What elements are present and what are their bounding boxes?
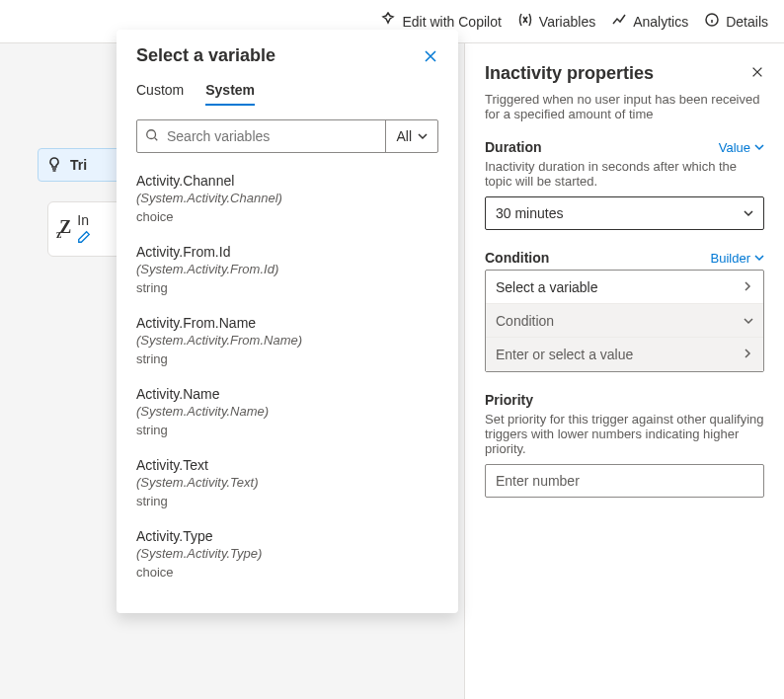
- variable-path: (System.Activity.Name): [136, 404, 438, 419]
- variable-path: (System.Activity.From.Name): [136, 333, 438, 348]
- variable-type: string: [136, 423, 438, 437]
- details-button[interactable]: Details: [704, 12, 768, 31]
- svg-point-1: [147, 129, 156, 138]
- variables-label: Variables: [539, 14, 595, 30]
- variable-item[interactable]: Activity.Type (System.Activity.Type) cho…: [136, 518, 438, 589]
- info-icon: [704, 12, 720, 31]
- tab-custom[interactable]: Custom: [136, 76, 184, 106]
- chevron-right-icon: [742, 347, 753, 362]
- search-input[interactable]: [167, 128, 377, 144]
- variable-type: string: [136, 280, 438, 295]
- details-label: Details: [726, 14, 768, 30]
- variable-item[interactable]: Activity.From.Name (System.Activity.From…: [136, 305, 438, 376]
- variable-type: string: [136, 351, 438, 366]
- priority-section: Priority Set priority for this trigger a…: [485, 392, 764, 498]
- filter-dropdown[interactable]: All: [385, 120, 437, 152]
- flyout-title: Select a variable: [136, 45, 275, 66]
- variable-type: string: [136, 494, 438, 508]
- inactivity-node-card[interactable]: zZ In: [47, 201, 126, 257]
- duration-dropdown[interactable]: 30 minutes: [485, 196, 764, 230]
- tab-system[interactable]: System: [205, 76, 255, 106]
- sleep-icon: zZ: [56, 217, 69, 242]
- panel-description: Triggered when no user input has been re…: [485, 92, 764, 121]
- select-variable-row[interactable]: Select a variable: [486, 271, 763, 304]
- priority-label: Priority: [485, 392, 533, 408]
- chevron-down-icon: [754, 251, 764, 266]
- condition-mode-toggle[interactable]: Builder: [711, 251, 764, 266]
- chevron-right-icon: [742, 279, 753, 295]
- condition-operator-row[interactable]: Condition: [486, 304, 763, 338]
- priority-description: Set priority for this trigger against ot…: [485, 412, 764, 456]
- variable-path: (System.Activity.Text): [136, 475, 438, 490]
- chevron-down-icon: [744, 313, 753, 329]
- variable-type: choice: [136, 565, 438, 580]
- condition-builder: Select a variable Condition Enter or sel…: [485, 270, 764, 372]
- variables-icon: [517, 12, 533, 31]
- variable-item[interactable]: Activity.Name (System.Activity.Name) str…: [136, 376, 438, 447]
- flyout-close-button[interactable]: [423, 48, 438, 64]
- duration-label: Duration: [485, 139, 542, 155]
- variable-item[interactable]: Activity.Channel (System.Activity.Channe…: [136, 163, 438, 234]
- variable-path: (System.Activity.Channel): [136, 191, 438, 205]
- duration-section: Duration Value Inactivity duration in se…: [485, 139, 764, 230]
- duration-description: Inactivity duration in seconds after whi…: [485, 159, 764, 189]
- condition-label: Condition: [485, 250, 549, 266]
- analytics-icon: [611, 12, 627, 31]
- variable-name: Activity.From.Name: [136, 315, 438, 331]
- variable-item[interactable]: Activity.From.Id (System.Activity.From.I…: [136, 234, 438, 305]
- properties-panel: Inactivity properties Triggered when no …: [464, 43, 784, 699]
- variable-item[interactable]: Activity.Text (System.Activity.Text) str…: [136, 447, 438, 518]
- flyout-tabs: Custom System: [117, 76, 458, 106]
- panel-close-button[interactable]: [750, 65, 764, 82]
- condition-value-row[interactable]: Enter or select a value: [486, 338, 763, 371]
- variables-button[interactable]: Variables: [517, 12, 595, 31]
- variable-list[interactable]: Activity.Channel (System.Activity.Channe…: [117, 163, 458, 597]
- edit-with-copilot-button[interactable]: Edit with Copilot: [380, 12, 501, 31]
- select-variable-flyout: Select a variable Custom System All Acti…: [117, 30, 458, 613]
- analytics-button[interactable]: Analytics: [611, 12, 688, 31]
- variable-item[interactable]: Bot.Name (System.Bot.Name): [136, 589, 438, 597]
- variable-name: Activity.Type: [136, 528, 438, 544]
- priority-input[interactable]: [485, 464, 764, 498]
- trigger-title-node[interactable]: Tri: [38, 148, 126, 182]
- condition-toggle-text: Builder: [711, 251, 750, 266]
- chevron-down-icon: [754, 140, 764, 155]
- copilot-icon: [380, 12, 396, 31]
- inactivity-label: In: [77, 212, 91, 228]
- condition-section: Condition Builder Select a variable Cond…: [485, 250, 764, 372]
- analytics-label: Analytics: [633, 14, 688, 30]
- search-row: All: [136, 119, 438, 153]
- chevron-down-icon: [744, 205, 753, 221]
- edit-label: Edit with Copilot: [402, 14, 501, 30]
- variable-name: Activity.Name: [136, 386, 438, 402]
- variable-type: choice: [136, 209, 438, 224]
- condition-value-text: Enter or select a value: [496, 347, 633, 362]
- select-variable-text: Select a variable: [496, 279, 598, 295]
- variable-name: Activity.Channel: [136, 173, 438, 189]
- filter-label: All: [396, 128, 412, 144]
- pencil-icon: [77, 230, 91, 247]
- variable-path: (System.Activity.Type): [136, 546, 438, 561]
- variable-name: Activity.Text: [136, 457, 438, 473]
- lightbulb-icon: [46, 156, 62, 175]
- duration-toggle-text: Value: [719, 140, 750, 155]
- variable-name: Activity.From.Id: [136, 244, 438, 260]
- duration-mode-toggle[interactable]: Value: [719, 140, 764, 155]
- condition-operator-text: Condition: [496, 313, 554, 329]
- chevron-down-icon: [418, 128, 428, 144]
- search-icon: [145, 128, 159, 145]
- variable-path: (System.Activity.From.Id): [136, 262, 438, 276]
- panel-title: Inactivity properties: [485, 63, 654, 84]
- trigger-title-text: Tri: [70, 157, 87, 173]
- duration-value: 30 minutes: [496, 205, 563, 221]
